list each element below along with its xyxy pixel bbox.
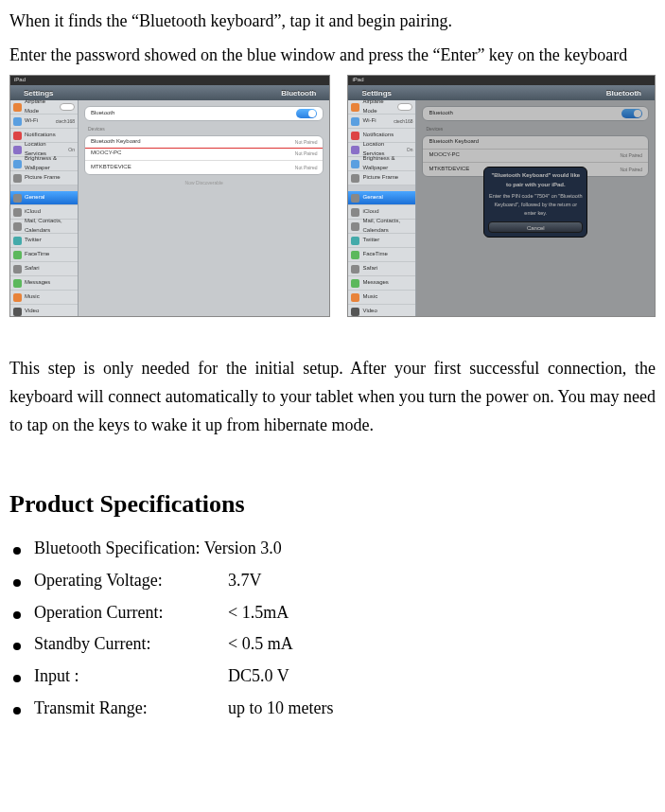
sidebar-icon (13, 117, 22, 126)
device-row[interactable]: Bluetooth Keyboard (423, 136, 648, 150)
toggle-off-icon[interactable] (60, 103, 75, 111)
sidebar-icon (351, 174, 359, 183)
spec-list: Bluetooth Specification: Version 3.0Oper… (9, 535, 656, 722)
sidebar-item[interactable]: Mail, Contacts, Calendars (10, 220, 78, 234)
sidebar-item[interactable]: Safari (348, 262, 415, 276)
device-row[interactable]: MOOCY-PCNot Paired (423, 150, 648, 163)
statusbar: iPad (10, 76, 329, 85)
spec-value: < 1.5mA (228, 599, 289, 627)
pairing-dialog: "Bluetooth Keyboard" would like to pair … (483, 167, 587, 238)
content-pane-dimmed: Bluetooth Devices Bluetooth KeyboardMOOC… (416, 100, 655, 316)
sidebar-item[interactable]: Wi-Fictech168 (348, 115, 415, 129)
spec-value: up to 10 meters (228, 695, 333, 723)
device-row[interactable]: MOOCY-PCNot Paired (85, 148, 323, 161)
sidebar-label: Safari (362, 264, 377, 274)
sidebar-icon (351, 194, 359, 203)
sidebar-item[interactable]: Brightness & Wallpaper (348, 157, 415, 171)
bluetooth-switch-on[interactable] (621, 109, 642, 118)
sidebar-label: Music (362, 292, 377, 302)
sidebar-icon (13, 222, 22, 231)
sidebar-label: Mail, Contacts, Calendars (25, 217, 75, 236)
cancel-button[interactable]: Cancel (488, 221, 583, 233)
device-status: Not Paired (295, 164, 318, 171)
spec-label: Transmit Range: (34, 695, 228, 723)
sidebar-label: Notifications (362, 131, 394, 140)
device-row[interactable]: Bluetooth KeyboardNot Paired (84, 135, 324, 149)
bullet-icon (13, 675, 21, 682)
sidebar-icon (351, 237, 359, 245)
sidebar-value: ctech168 (394, 117, 412, 125)
spec-item: Input :DC5.0 V (9, 662, 656, 691)
sidebar-icon (13, 237, 22, 245)
sidebar-icon (351, 117, 359, 126)
sidebar-item[interactable]: Mail, Contacts, Calendars (348, 220, 415, 234)
spec-label: Input : (34, 662, 228, 691)
sidebar-label: Twitter (362, 236, 379, 245)
titlebar: Settings Bluetooth (10, 85, 329, 100)
sidebar-item[interactable]: Picture Frame (348, 171, 415, 185)
device-row[interactable]: MTKBTDEVICENot Paired (85, 161, 323, 174)
bluetooth-label: Bluetooth (429, 109, 452, 118)
title-bluetooth: Bluetooth (281, 87, 316, 99)
carrier-label: iPad (14, 76, 26, 85)
sidebar-item[interactable]: Video (348, 305, 415, 317)
sidebar-label: FaceTime (362, 250, 387, 259)
spec-item: Standby Current: < 0.5 mA (9, 630, 656, 659)
sidebar-item[interactable]: FaceTime (348, 248, 415, 262)
sidebar-icon (351, 132, 359, 140)
sidebar-item[interactable]: Brightness & Wallpaper (10, 157, 78, 171)
intro-para-1: When it finds the “Bluetooth keyboard”, … (9, 8, 656, 36)
sidebar-item[interactable]: Safari (10, 262, 78, 276)
sidebar-item[interactable]: Music (348, 291, 415, 305)
sidebar-icon (13, 160, 22, 168)
sidebar-item[interactable]: Twitter (10, 234, 78, 248)
sidebar-item[interactable]: Picture Frame (10, 171, 78, 185)
pairing-dialog-title: "Bluetooth Keyboard" would like to pair … (488, 171, 583, 190)
sidebar-item[interactable]: General (10, 191, 78, 205)
spec-item: Operating Voltage:3.7V (9, 567, 656, 595)
sidebar-value: ctech168 (56, 117, 75, 125)
spec-label: Operation Current: (34, 599, 228, 627)
device-status: Not Paired (295, 150, 318, 157)
sidebar-icon (351, 208, 359, 217)
sidebar-value: On (407, 146, 413, 153)
sidebar-icon (13, 174, 22, 183)
bluetooth-toggle-row[interactable]: Bluetooth (84, 106, 324, 121)
bluetooth-toggle-row[interactable]: Bluetooth (422, 106, 649, 121)
bullet-icon (13, 579, 21, 587)
sidebar-item[interactable]: FaceTime (10, 248, 78, 262)
sidebar-icon (13, 208, 22, 217)
sidebar-item[interactable]: Music (10, 291, 78, 305)
sidebar-label: Twitter (25, 236, 42, 245)
sidebar-label: Brightness & Wallpaper (25, 154, 75, 173)
screenshot-left: iPad Settings Bluetooth Airplane ModeWi-… (9, 75, 330, 317)
toggle-off-icon[interactable] (397, 103, 412, 111)
bluetooth-switch-on[interactable] (296, 109, 317, 118)
sidebar-item[interactable]: Messages (348, 276, 415, 291)
sidebar-item[interactable]: Wi-Fictech168 (10, 115, 78, 129)
sidebar-icon (13, 279, 22, 288)
sidebar-icon (13, 146, 22, 154)
sidebar-label: iCloud (25, 207, 41, 217)
sidebar-icon (351, 222, 359, 231)
sidebar-item[interactable]: Twitter (348, 234, 415, 248)
bullet-icon (13, 643, 21, 650)
spec-item: Transmit Range: up to 10 meters (9, 695, 656, 723)
sidebar-item[interactable]: General (348, 191, 415, 205)
spec-value: < 0.5 mA (228, 630, 293, 659)
sidebar-item[interactable]: Airplane Mode (348, 100, 415, 115)
sidebar-label: Picture Frame (362, 173, 398, 183)
sidebar-label: Video (25, 307, 39, 316)
sidebar-label: Messages (362, 278, 388, 288)
sidebar-icon (351, 279, 359, 288)
sidebar-icon (351, 251, 359, 259)
sidebar-label: Picture Frame (25, 173, 61, 183)
spec-value: 3.7V (228, 567, 262, 595)
sidebar-label: Mail, Contacts, Calendars (362, 217, 412, 236)
device-row[interactable]: MTKBTDEVICENot Paired (423, 163, 648, 176)
sidebar-item[interactable]: Airplane Mode (10, 100, 78, 115)
sidebar-item[interactable]: Video (10, 305, 78, 317)
sidebar-icon (351, 146, 359, 154)
sidebar-item[interactable]: Messages (10, 276, 78, 291)
statusbar: iPad (348, 76, 655, 85)
